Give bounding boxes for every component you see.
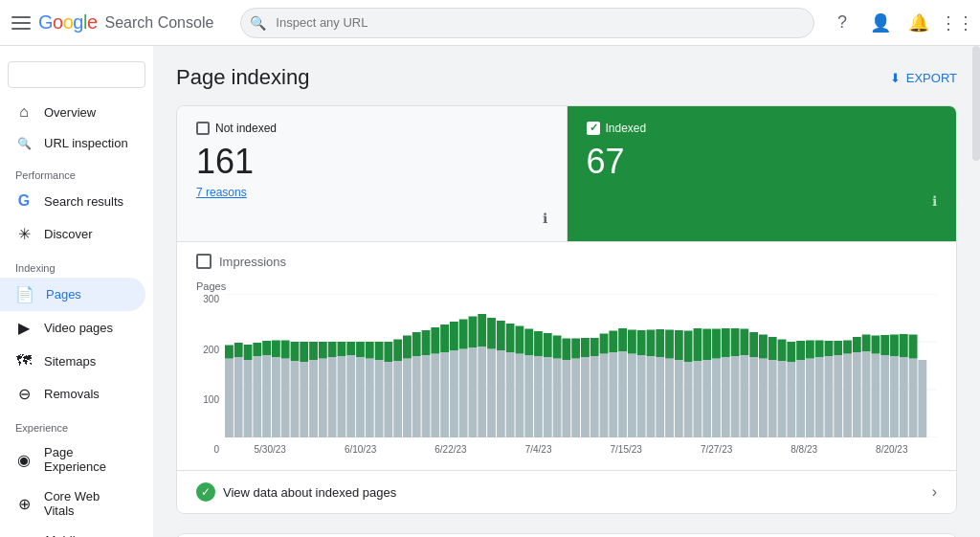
impressions-toggle[interactable]: Impressions bbox=[177, 242, 956, 280]
sidebar-item-page-experience[interactable]: ◉ Page Experience bbox=[0, 437, 145, 481]
removals-icon: ⊖ bbox=[15, 385, 33, 403]
chart-canvas bbox=[225, 294, 937, 437]
scrollbar-thumb[interactable] bbox=[972, 46, 980, 161]
google-g-icon: G bbox=[15, 192, 33, 210]
not-indexed-header: Not indexed bbox=[196, 122, 547, 135]
x-label-5: 7/15/23 bbox=[611, 444, 642, 455]
export-icon: ⬇ bbox=[890, 71, 901, 85]
indexed-label: Indexed bbox=[606, 122, 647, 135]
not-indexed-label: Not indexed bbox=[215, 122, 277, 135]
indexing-section-label: Indexing bbox=[0, 251, 153, 278]
sidebar-item-label: Search results bbox=[44, 194, 123, 209]
index-status-boxes: Not indexed 161 7 reasons ℹ Indexed 67 bbox=[177, 106, 956, 242]
property-selector[interactable] bbox=[8, 61, 145, 88]
sidebar-item-label: Core Web Vitals bbox=[44, 489, 130, 518]
not-indexed-sub[interactable]: 7 reasons bbox=[196, 186, 547, 199]
core-web-vitals-icon: ⊕ bbox=[15, 495, 33, 513]
indexed-info-icon[interactable]: ℹ bbox=[932, 193, 937, 209]
x-label-4: 7/4/23 bbox=[525, 444, 552, 455]
indexed-header: Indexed bbox=[587, 122, 938, 135]
sidebar-item-sitemaps[interactable]: 🗺 Sitemaps bbox=[0, 345, 145, 377]
y-low: 100 bbox=[196, 394, 219, 405]
x-label-7: 8/8/23 bbox=[791, 444, 817, 455]
search-bar[interactable]: 🔍 bbox=[240, 8, 814, 38]
performance-section-label: Performance bbox=[0, 158, 153, 185]
why-not-indexed-card: ℹ Why pages aren't indexed Pages that ar… bbox=[176, 533, 957, 537]
topbar-actions: ? 👤 🔔 ⋮⋮ bbox=[831, 11, 969, 34]
sidebar-item-overview[interactable]: ⌂ Overview bbox=[0, 96, 145, 128]
page-title: Page indexing bbox=[176, 65, 309, 90]
x-label-6: 7/27/23 bbox=[701, 444, 732, 455]
main-content: Page indexing ⬇ EXPORT Not indexed 161 7… bbox=[153, 46, 980, 537]
chevron-right-icon: › bbox=[932, 483, 937, 501]
app-name: Search Console bbox=[105, 14, 214, 32]
view-data-text: View data about indexed pages bbox=[223, 485, 924, 500]
not-indexed-box: Not indexed 161 7 reasons ℹ bbox=[177, 106, 568, 241]
sidebar-item-label: Mobile Usability bbox=[45, 533, 130, 537]
sidebar: ⌂ Overview 🔍 URL inspection Performance … bbox=[0, 46, 153, 537]
experience-section-label: Experience bbox=[0, 411, 153, 437]
sidebar-item-discover[interactable]: ✳ Discover bbox=[0, 217, 145, 251]
indexed-count: 67 bbox=[587, 141, 938, 182]
sidebar-item-label: URL inspection bbox=[44, 136, 128, 150]
sidebar-item-removals[interactable]: ⊖ Removals bbox=[0, 377, 145, 411]
y-mid: 200 bbox=[196, 345, 219, 355]
impressions-label: Impressions bbox=[219, 255, 286, 269]
impressions-checkbox[interactable] bbox=[196, 254, 212, 269]
sitemaps-icon: 🗺 bbox=[15, 352, 33, 369]
not-indexed-count: 161 bbox=[196, 141, 547, 182]
sidebar-item-label: Pages bbox=[46, 287, 81, 302]
accounts-icon[interactable]: 👤 bbox=[869, 11, 892, 34]
chart-y-label: Pages bbox=[196, 280, 226, 292]
search-icon: 🔍 bbox=[250, 15, 266, 31]
video-pages-icon: ▶ bbox=[15, 319, 33, 337]
help-icon[interactable]: ? bbox=[831, 11, 854, 34]
apps-icon[interactable]: ⋮⋮ bbox=[946, 11, 969, 34]
sidebar-item-label: Removals bbox=[44, 387, 100, 401]
page-experience-icon: ◉ bbox=[15, 451, 33, 469]
scrollbar[interactable] bbox=[972, 46, 980, 537]
sidebar-item-label: Video pages bbox=[44, 321, 113, 335]
topbar: Google Search Console 🔍 ? 👤 🔔 ⋮⋮ bbox=[0, 0, 980, 46]
sidebar-item-pages[interactable]: 📄 Pages bbox=[0, 278, 145, 311]
x-label-2: 6/10/23 bbox=[345, 444, 376, 455]
chart-container: /* bars rendered below via manual SVG re… bbox=[225, 294, 937, 455]
sidebar-item-search-results[interactable]: G Search results bbox=[0, 185, 145, 217]
indexed-box: Indexed 67 ℹ bbox=[568, 106, 957, 241]
not-indexed-info-icon[interactable]: ℹ bbox=[543, 211, 547, 226]
pages-icon: 📄 bbox=[15, 285, 34, 303]
not-indexed-checkbox bbox=[196, 122, 210, 135]
url-inspection-icon: 🔍 bbox=[15, 137, 33, 150]
sidebar-item-core-web-vitals[interactable]: ⊕ Core Web Vitals bbox=[0, 481, 145, 526]
page-header: Page indexing ⬇ EXPORT bbox=[176, 65, 957, 90]
indexed-checkbox bbox=[587, 122, 600, 135]
sidebar-item-label: Page Experience bbox=[44, 445, 130, 474]
y-min: 0 bbox=[196, 444, 219, 455]
chart-area: Pages 300 200 100 0 bbox=[177, 280, 956, 470]
x-label-1: 5/30/23 bbox=[255, 444, 286, 455]
search-input[interactable] bbox=[240, 8, 814, 38]
sidebar-item-video-pages[interactable]: ▶ Video pages bbox=[0, 311, 145, 345]
hamburger-menu[interactable] bbox=[11, 16, 31, 30]
logo-area: Google Search Console bbox=[11, 11, 213, 34]
notifications-icon[interactable]: 🔔 bbox=[907, 11, 930, 34]
x-label-3: 6/22/23 bbox=[434, 444, 466, 455]
sidebar-item-label: Overview bbox=[44, 105, 96, 120]
export-label: EXPORT bbox=[906, 71, 957, 85]
y-max: 300 bbox=[196, 294, 219, 304]
sidebar-item-mobile-usability[interactable]: 📱 Mobile Usability bbox=[0, 526, 145, 537]
google-logo: Google bbox=[38, 11, 98, 34]
check-circle-icon: ✓ bbox=[196, 482, 215, 502]
sidebar-item-label: Sitemaps bbox=[44, 354, 96, 369]
sidebar-item-url-inspection[interactable]: 🔍 URL inspection bbox=[0, 128, 145, 158]
export-button[interactable]: ⬇ EXPORT bbox=[890, 71, 957, 85]
index-status-card: Not indexed 161 7 reasons ℹ Indexed 67 bbox=[176, 105, 957, 514]
discover-icon: ✳ bbox=[15, 225, 33, 243]
view-data-link[interactable]: ✓ View data about indexed pages › bbox=[177, 470, 956, 513]
sidebar-item-label: Discover bbox=[44, 227, 93, 241]
layout: ⌂ Overview 🔍 URL inspection Performance … bbox=[0, 46, 980, 537]
x-label-8: 8/20/23 bbox=[876, 444, 907, 455]
overview-icon: ⌂ bbox=[15, 103, 33, 121]
